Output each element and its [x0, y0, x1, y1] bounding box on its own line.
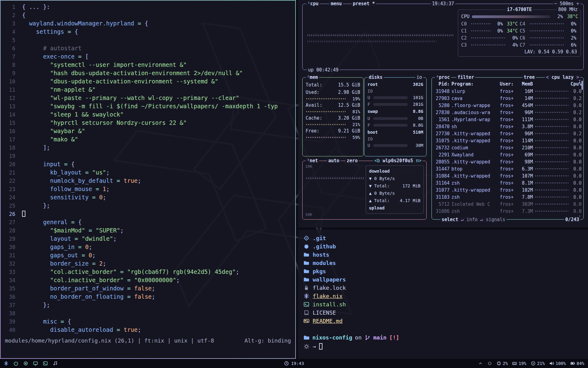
- editor-line[interactable]: 21 kb_layout = "us";: [5, 168, 295, 177]
- header-pid[interactable]: Pid:: [435, 81, 450, 87]
- header-memory[interactable]: MemB: [518, 81, 533, 87]
- editor-line[interactable]: 26: [5, 210, 295, 218]
- process-row[interactable]: 31084.kitty-wrappedfros+107M0.0: [435, 172, 582, 179]
- nixos-launcher-icon[interactable]: [4, 361, 9, 366]
- editor-line[interactable]: 23 follow_mouse = 1;: [5, 185, 295, 193]
- editor-line[interactable]: 24 sensitivity = 0;: [5, 193, 295, 201]
- editor-line[interactable]: 13 "swaybg -m fill -i $(find ~/Pictures/…: [5, 102, 295, 110]
- editor-line[interactable]: 37 };: [5, 301, 295, 309]
- update-interval-control[interactable]: ─ 500ms +: [553, 1, 580, 6]
- editor-line[interactable]: 35 border_part_of_window = false;: [5, 284, 295, 293]
- metric-volume[interactable]: 100%: [549, 361, 566, 366]
- process-row[interactable]: 27903cavafros+14M0.2: [435, 95, 582, 102]
- editor-line[interactable]: 33 "col.active_border" = "rgb(cba6f7) rg…: [5, 268, 295, 276]
- process-row[interactable]: 31086zshfros+7.3M0.0: [435, 208, 582, 215]
- tray-app-icon[interactable]: [487, 361, 492, 366]
- memory-box-title[interactable]: ²mem: [306, 75, 319, 80]
- net-auto-button[interactable]: auto: [327, 158, 341, 163]
- editor-line[interactable]: 2{: [5, 11, 295, 19]
- shell-input-line[interactable]: →: [303, 342, 588, 351]
- editor-line[interactable]: 18 ];: [5, 144, 295, 152]
- process-list-header[interactable]: Pid: Program: User: MemB Cpu%: [435, 80, 582, 88]
- editor-line[interactable]: 1{ ... }:: [5, 3, 295, 11]
- editor-line[interactable]: 22 numlock_by_default = true;: [5, 177, 295, 185]
- editor-line[interactable]: 34 "col.inactive_border" = "0x00000000";: [5, 276, 295, 284]
- header-program[interactable]: Program:: [451, 81, 498, 87]
- process-row[interactable]: 31103zshfros+7.8M0.0: [435, 194, 582, 201]
- process-row[interactable]: 27730.kitty-wrappedfros+96M0.2: [435, 130, 582, 137]
- editor-line[interactable]: 4 settings = {: [5, 28, 295, 36]
- editor-line[interactable]: 5: [5, 36, 295, 44]
- editor-line[interactable]: 15 "hyprctl setcursor Nordzy-cursors 22 …: [5, 119, 295, 127]
- metric-battery[interactable]: 84%: [570, 361, 584, 366]
- process-row[interactable]: 31077.kitty-wrappedfros+102M0.0: [435, 186, 582, 194]
- scroll-up-indicator[interactable]: ↑: [579, 78, 581, 83]
- proc-sort-selector[interactable]: < cpu lazy >: [545, 75, 580, 80]
- editor-line[interactable]: 30 gaps_in = 0;: [5, 243, 295, 251]
- process-row[interactable]: 27830.audacious-wrafros+96M0.2: [435, 109, 582, 116]
- process-row[interactable]: 31075.kitty-wrappedfros+114M0.0: [435, 137, 582, 144]
- process-row[interactable]: 31164zshfros+8.1M0.0: [435, 179, 582, 186]
- process-box-title[interactable]: ⁴proc: [435, 75, 451, 80]
- process-row[interactable]: 2291Xwaylandfros+69M0.0: [435, 151, 582, 158]
- editor-line[interactable]: 20 input = {: [5, 160, 295, 168]
- proc-filter-button[interactable]: filter: [456, 75, 475, 80]
- editor-line[interactable]: 36 no_border_on_floating = false;: [5, 293, 295, 301]
- process-row[interactable]: 28470shfros+3.8M0.0: [435, 123, 582, 130]
- editor-line[interactable]: 11 "nm-applet &": [5, 86, 295, 94]
- editor-line[interactable]: 7 exec-once = [: [5, 52, 295, 61]
- editor-line[interactable]: 16 "waybar &": [5, 127, 295, 135]
- editor-line[interactable]: 40 disable_autoreload = true;: [5, 326, 295, 334]
- editor-line[interactable]: 14 "sleep 1 && swaylock": [5, 110, 295, 119]
- editor-line[interactable]: 29 layout = "dwindle";: [5, 235, 295, 243]
- sort-prev-button[interactable]: <: [546, 75, 549, 80]
- editor-line[interactable]: 12 "wl-paste --primary --watch wl-copy -…: [5, 94, 295, 102]
- editor-line[interactable]: 31 gaps_out = 0;: [5, 251, 295, 259]
- process-row[interactable]: 31447btopfros+6.3M0.0: [435, 165, 582, 172]
- editor-line[interactable]: 32 border_size = 2;: [5, 259, 295, 268]
- editor-line[interactable]: 19: [5, 152, 295, 160]
- net-zero-button[interactable]: zero: [345, 158, 359, 163]
- interval-decrease-button[interactable]: ─: [554, 1, 557, 6]
- menu-button[interactable]: menu: [330, 1, 343, 6]
- editor-line[interactable]: 10 "dbus-update-activation-environment -…: [5, 77, 295, 86]
- network-box-title[interactable]: ³net: [306, 158, 319, 163]
- process-row[interactable]: 31948slurpfros+16M0.0: [435, 88, 582, 95]
- restart-icon[interactable]: [13, 361, 18, 366]
- proc-scrollbar[interactable]: [582, 81, 583, 90]
- editor-line[interactable]: 17 "mako &": [5, 135, 295, 144]
- process-row[interactable]: 1561.Hyprland-wrapfros+111M0.0: [435, 116, 582, 123]
- preset-button[interactable]: preset *: [352, 1, 376, 6]
- process-row[interactable]: 5280.floorp-wrappefros+454M0.0: [435, 102, 582, 109]
- disks-box-title[interactable]: disks: [368, 75, 384, 80]
- cpu-box-title[interactable]: ¹cpu: [306, 1, 320, 6]
- editor-line[interactable]: 3 wayland.windowManager.hyprland = {: [5, 19, 295, 28]
- editor-line[interactable]: 27 general = {: [5, 218, 295, 226]
- display-icon[interactable]: [33, 361, 38, 366]
- editor-line[interactable]: 6 # autostart: [5, 44, 295, 52]
- music-icon[interactable]: [53, 361, 58, 366]
- info-key[interactable]: info: [466, 217, 477, 222]
- interval-increase-button[interactable]: +: [576, 1, 579, 6]
- net-interface-selector[interactable]: <b wlp0s20f0u5 n>: [373, 158, 423, 163]
- record-icon[interactable]: [23, 361, 28, 366]
- metric-disk[interactable]: 21%: [531, 361, 545, 366]
- editor-line[interactable]: 38: [5, 309, 295, 317]
- process-row[interactable]: 5712Isolated Web Cfros+303M0.0: [435, 201, 582, 208]
- metric-memory[interactable]: 19%: [512, 361, 526, 366]
- terminal-icon[interactable]: [43, 361, 48, 366]
- editor-line[interactable]: 25 };: [5, 201, 295, 210]
- process-row[interactable]: 28055.kitty-wrappedfros+98M0.0: [435, 158, 582, 165]
- editor-line[interactable]: 39 misc = {: [5, 317, 295, 326]
- editor-line[interactable]: 28 "$mainMod" = "SUPER";: [5, 226, 295, 235]
- disks-io-toggle[interactable]: io: [415, 75, 423, 80]
- editor-line[interactable]: 9 "hash dbus-update-activation-environme…: [5, 69, 295, 77]
- editor-buffer[interactable]: 1{ ... }:2{3 wayland.windowManager.hyprl…: [1, 1, 295, 334]
- select-key[interactable]: select: [442, 217, 458, 222]
- process-row[interactable]: 26732codiumfros+210M0.0: [435, 144, 582, 151]
- tray-expand-icon[interactable]: [478, 361, 483, 366]
- signals-key[interactable]: signals: [486, 217, 505, 222]
- header-user[interactable]: User:: [500, 81, 516, 87]
- proc-tree-button[interactable]: tree: [522, 75, 536, 80]
- clock-module[interactable]: 19:43: [284, 361, 304, 366]
